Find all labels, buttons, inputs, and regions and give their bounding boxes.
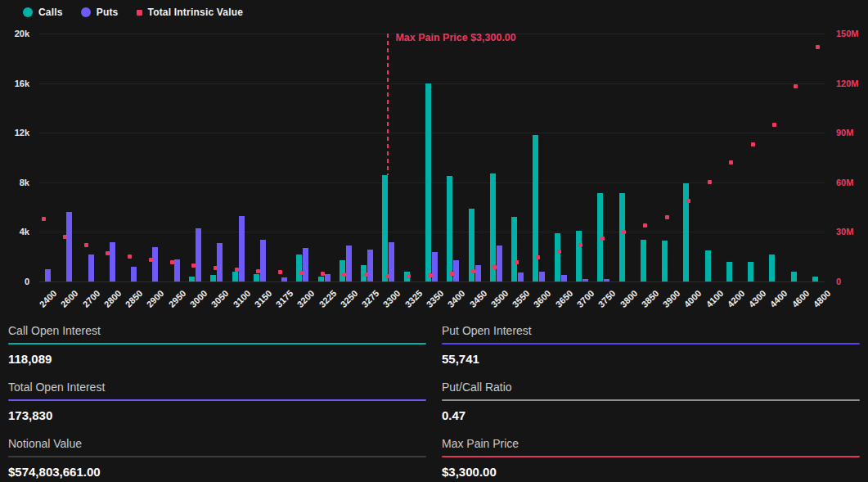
put-bar[interactable] [475, 265, 481, 282]
call-bar[interactable] [662, 241, 668, 282]
put-bar[interactable] [152, 247, 158, 282]
call-bar[interactable] [726, 262, 732, 282]
gridline [39, 83, 825, 84]
put-bar[interactable] [45, 269, 51, 282]
call-bar[interactable] [254, 274, 259, 282]
put-bar[interactable] [582, 279, 588, 282]
intrinsic-value-dot[interactable] [106, 251, 110, 255]
put-bar[interactable] [389, 242, 394, 282]
intrinsic-value-dot[interactable] [235, 268, 239, 272]
intrinsic-value-dot[interactable] [191, 264, 196, 268]
call-bar[interactable] [748, 262, 753, 282]
total-intrinsic-value-marker-icon [137, 10, 142, 16]
put-bar[interactable] [110, 242, 115, 282]
call-bar[interactable] [555, 233, 560, 282]
intrinsic-value-dot[interactable] [429, 273, 433, 277]
put-bar[interactable] [174, 259, 180, 282]
put-bar[interactable] [497, 246, 502, 282]
legend-item-calls[interactable]: Calls [23, 7, 63, 18]
put-bar[interactable] [196, 228, 201, 282]
put-bar[interactable] [518, 273, 524, 282]
intrinsic-value-dot[interactable] [751, 142, 755, 146]
put-bar[interactable] [217, 243, 223, 282]
gridline [39, 182, 825, 183]
put-bar[interactable] [281, 277, 287, 282]
put-bar[interactable] [325, 274, 331, 282]
call-bar[interactable] [511, 217, 517, 282]
intrinsic-value-dot[interactable] [816, 45, 820, 49]
intrinsic-value-dot[interactable] [299, 271, 304, 275]
call-bar[interactable] [425, 83, 431, 282]
stat-notional-value: Notional Value$574,803,661.00 [8, 437, 426, 479]
call-bar[interactable] [705, 250, 711, 282]
stat-value: 55,741 [442, 352, 860, 366]
intrinsic-value-dot[interactable] [450, 272, 454, 276]
put-bar[interactable] [260, 240, 266, 282]
intrinsic-value-dot[interactable] [407, 274, 411, 278]
intrinsic-value-dot[interactable] [536, 255, 540, 259]
stat-value: 0.47 [442, 408, 860, 422]
put-bar[interactable] [561, 275, 567, 282]
put-bar[interactable] [88, 255, 94, 282]
put-bar[interactable] [131, 267, 137, 282]
intrinsic-value-dot[interactable] [385, 274, 389, 278]
intrinsic-value-dot[interactable] [42, 217, 46, 221]
intrinsic-value-dot[interactable] [342, 273, 346, 277]
legend-label: Puts [97, 7, 119, 18]
put-bar[interactable] [303, 248, 308, 282]
put-bar[interactable] [453, 260, 459, 282]
intrinsic-value-dot[interactable] [256, 269, 260, 273]
call-bar[interactable] [382, 175, 388, 282]
intrinsic-value-dot[interactable] [63, 235, 67, 239]
legend-item-puts[interactable]: Puts [81, 7, 119, 18]
gridline [39, 133, 825, 133]
intrinsic-value-dot[interactable] [578, 243, 582, 247]
call-bar[interactable] [210, 275, 216, 282]
intrinsic-value-dot[interactable] [708, 180, 712, 184]
call-bar[interactable] [576, 231, 582, 282]
intrinsic-value-dot[interactable] [622, 230, 626, 234]
intrinsic-value-dot[interactable] [278, 270, 282, 274]
intrinsic-value-dot[interactable] [471, 269, 475, 273]
intrinsic-value-dot[interactable] [84, 243, 88, 247]
call-bar[interactable] [318, 277, 324, 282]
put-bar[interactable] [367, 250, 373, 282]
call-bar[interactable] [340, 260, 345, 282]
put-bar[interactable] [432, 252, 438, 282]
intrinsic-value-dot[interactable] [364, 273, 368, 277]
call-bar[interactable] [619, 193, 625, 282]
legend-item-total-intrinsic-value[interactable]: Total Intrinsic Value [137, 7, 244, 18]
call-bar[interactable] [447, 176, 452, 282]
put-bar[interactable] [239, 216, 245, 282]
intrinsic-value-dot[interactable] [515, 260, 519, 264]
put-bar[interactable] [604, 279, 609, 282]
call-bar[interactable] [791, 272, 797, 282]
put-bar[interactable] [539, 272, 545, 282]
intrinsic-value-dot[interactable] [214, 266, 218, 270]
intrinsic-value-dot[interactable] [729, 160, 733, 164]
intrinsic-value-dot[interactable] [557, 250, 561, 254]
call-bar[interactable] [812, 277, 818, 282]
call-bar[interactable] [769, 255, 775, 282]
intrinsic-value-dot[interactable] [149, 258, 153, 262]
intrinsic-value-dot[interactable] [321, 272, 325, 276]
intrinsic-value-dot[interactable] [170, 260, 174, 264]
call-bar[interactable] [189, 277, 195, 282]
call-bar[interactable] [296, 255, 302, 282]
intrinsic-value-dot[interactable] [600, 236, 605, 241]
intrinsic-value-dot[interactable] [686, 199, 690, 203]
put-bar[interactable] [66, 212, 72, 282]
call-bar[interactable] [533, 135, 538, 282]
intrinsic-value-dot[interactable] [643, 223, 647, 227]
intrinsic-value-dot[interactable] [794, 84, 798, 88]
intrinsic-value-dot[interactable] [772, 123, 776, 127]
call-bar[interactable] [641, 240, 646, 282]
x-axis-line [39, 282, 825, 282]
intrinsic-value-dot[interactable] [492, 265, 497, 269]
intrinsic-value-dot[interactable] [665, 215, 669, 219]
left-axis-tick-label: 20k [15, 29, 29, 38]
stat-underline [442, 343, 860, 345]
call-bar[interactable] [232, 272, 238, 282]
intrinsic-value-dot[interactable] [128, 255, 132, 259]
put-bar[interactable] [346, 246, 352, 282]
